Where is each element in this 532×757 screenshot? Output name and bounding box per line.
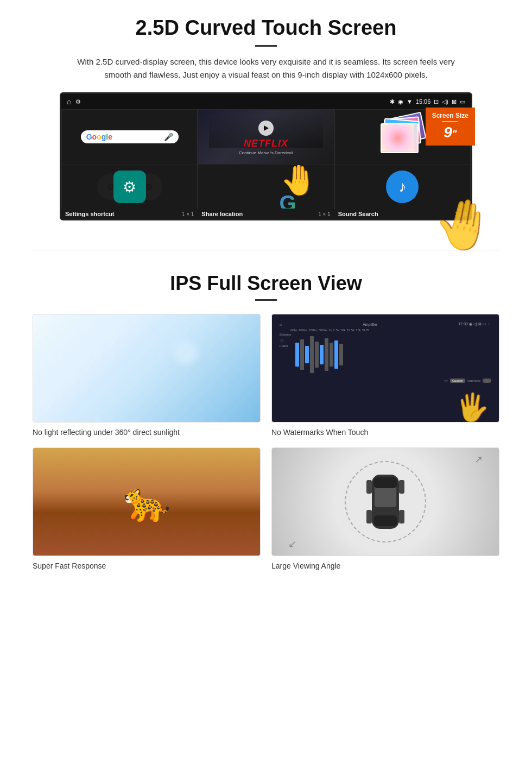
volume-label: ◁)	[280, 338, 293, 342]
amp-controls: Balance ◁) Fader	[280, 333, 491, 376]
badge-divider	[442, 121, 458, 122]
eq-bar-4[interactable]	[310, 336, 314, 373]
music-icon-circle: ♪	[386, 171, 419, 203]
car-circle	[345, 461, 426, 542]
eq-bar-3[interactable]	[305, 346, 309, 363]
screen-size-number: 9"	[432, 124, 468, 141]
amplifier-image: ⌂ Amplifier 17:33 ◉ ◁) ⊠ ▭ ← 60hz100hz20…	[271, 314, 499, 422]
amp-prev[interactable]: <<	[444, 379, 448, 382]
amplifier-caption: No Watermarks When Touch	[271, 428, 499, 437]
amp-container: ⌂ Amplifier 17:33 ◉ ◁) ⊠ ▭ ← 60hz100hz20…	[276, 319, 495, 418]
app-cell-settings[interactable]: ⚙ ⚙ ⚙ Settings shortcut 1 × 1	[61, 165, 198, 209]
car-caption: Large Viewing Angle	[271, 562, 499, 570]
volume-icon: ◁)	[442, 98, 448, 105]
section1: 2.5D Curved Touch Screen With 2.5D curve…	[0, 0, 532, 234]
section2-title: IPS Full Screen View	[33, 272, 499, 295]
status-right: ✱ ◉ ▼ 15:06 ⊡ ◁) ⊠ ▭	[390, 98, 465, 105]
feature-sunlight: No light reflecting under 360° direct su…	[33, 314, 261, 437]
app-cell-google[interactable]: Google 🎤 Google 3 × 1	[61, 109, 198, 165]
photo-stack	[381, 115, 424, 159]
status-left: ⌂ ⚙	[67, 97, 81, 106]
flower-image	[382, 124, 414, 152]
eq-bar-6[interactable]	[320, 345, 324, 364]
camera-icon: ⊡	[434, 98, 439, 105]
section2: IPS Full Screen View No light reflecting…	[0, 267, 532, 586]
google-preview: Google 🎤	[62, 110, 197, 164]
app-cell-netflix[interactable]: NETFLIX Continue Marvel's Daredevil Netf…	[198, 109, 334, 165]
amp-time: 17:33 ◉ ◁) ⊠ ▭ ←	[458, 322, 491, 326]
settings-app-size: 1 × 1	[182, 211, 194, 217]
status-bar: ⌂ ⚙ ✱ ◉ ▼ 15:06 ⊡ ◁) ⊠ ▭	[61, 94, 471, 109]
music-note-icon: ♪	[398, 178, 406, 195]
app-grid: Google 🎤 Google 3 × 1	[61, 109, 471, 209]
window-icon[interactable]: ▭	[460, 98, 465, 105]
usb-icon: ⚙	[75, 98, 81, 105]
feature-car: ↗ ↙ Large Viewing Angle	[271, 447, 499, 570]
gear-icon: ⚙	[123, 178, 136, 196]
share-app-size: 1 × 1	[318, 211, 331, 217]
play-button[interactable]	[258, 121, 274, 136]
netflix-preview: NETFLIX Continue Marvel's Daredevil	[198, 110, 333, 164]
hand-on-screen: 🖐	[455, 392, 489, 422]
eq-bar-2[interactable]	[300, 339, 304, 370]
eq-bar-10[interactable]	[339, 344, 343, 365]
google-logo: Google	[86, 133, 112, 141]
feature-amplifier: ⌂ Amplifier 17:33 ◉ ◁) ⊠ ▭ ← 60hz100hz20…	[271, 314, 499, 437]
eq-bar-7[interactable]	[325, 338, 328, 371]
settings-app-name: Settings shortcut	[65, 211, 114, 217]
feature-grid: No light reflecting under 360° direct su…	[33, 314, 499, 570]
share-app-name: Share location	[201, 211, 243, 217]
freq-labels: 60hz100hz200hz500hz1k2.5k10k12.5k15kSUB	[280, 329, 491, 332]
car-arrow-right: ↗	[474, 453, 483, 465]
loudness-toggle[interactable]: ○	[483, 379, 491, 383]
svg-rect-2	[373, 477, 397, 488]
svg-rect-6	[366, 510, 372, 523]
cheetah-icon: 🐆	[123, 480, 170, 524]
location-icon: ◉	[398, 98, 403, 105]
svg-rect-5	[399, 480, 404, 494]
sunlight-image	[33, 314, 261, 422]
device-screen: ⌂ ⚙ ✱ ◉ ▼ 15:06 ⊡ ◁) ⊠ ▭	[60, 92, 472, 220]
section1-description: With 2.5D curved-display screen, this de…	[76, 55, 456, 81]
car-image: ↗ ↙	[271, 447, 499, 556]
google-maps-icon: G	[279, 191, 296, 209]
sky-bg	[33, 314, 260, 422]
svg-rect-3	[373, 515, 397, 526]
section1-divider	[255, 45, 277, 47]
eq-bars	[295, 333, 491, 376]
amp-header: ⌂ Amplifier 17:33 ◉ ◁) ⊠ ▭ ←	[280, 322, 491, 326]
app-cell-share[interactable]: G 🤚 Share location 1 × 1	[198, 165, 334, 209]
fader-label: Fader	[280, 344, 293, 348]
share-preview: G 🤚	[198, 165, 333, 209]
sound-app-name: Sound Search	[338, 211, 378, 217]
settings-main-icon: ⚙	[113, 171, 146, 203]
time-display: 15:06	[416, 98, 431, 105]
bluetooth-icon: ✱	[390, 98, 395, 105]
custom-label[interactable]: Custom	[450, 379, 466, 383]
eq-bar-5[interactable]	[315, 342, 319, 368]
amp-labels: Balance ◁) Fader	[280, 333, 293, 376]
netflix-content: NETFLIX Continue Marvel's Daredevil	[239, 118, 293, 155]
screen-size-label: Screen Size	[432, 112, 468, 119]
screen-size-badge: Screen Size 9"	[426, 108, 475, 146]
google-search-bar[interactable]: Google 🎤	[81, 130, 179, 143]
share-label-row: Share location 1 × 1	[198, 209, 333, 219]
loudness-label: loudness	[467, 379, 480, 382]
eq-bar-1[interactable]	[295, 343, 299, 367]
hand-touch-decoration: 🤚	[429, 191, 499, 258]
close-icon[interactable]: ⊠	[452, 98, 457, 105]
amp-title: Amplifier	[363, 323, 377, 326]
amp-footer: << Custom loudness ○	[280, 379, 491, 383]
eq-bar-9[interactable]	[334, 340, 338, 369]
mic-icon[interactable]: 🎤	[164, 133, 173, 141]
eq-bar-8[interactable]	[330, 343, 333, 367]
settings-preview: ⚙ ⚙ ⚙	[62, 165, 197, 209]
photo-card-main	[381, 123, 419, 153]
balance-label: Balance	[280, 333, 293, 336]
svg-rect-4	[366, 480, 372, 494]
wifi-icon: ▼	[407, 98, 413, 105]
home-icon[interactable]: ⌂	[67, 97, 71, 106]
settings-label-row: Settings shortcut 1 × 1	[62, 209, 197, 219]
sun-rays	[33, 314, 260, 422]
amp-home-icon: ⌂	[280, 323, 282, 326]
